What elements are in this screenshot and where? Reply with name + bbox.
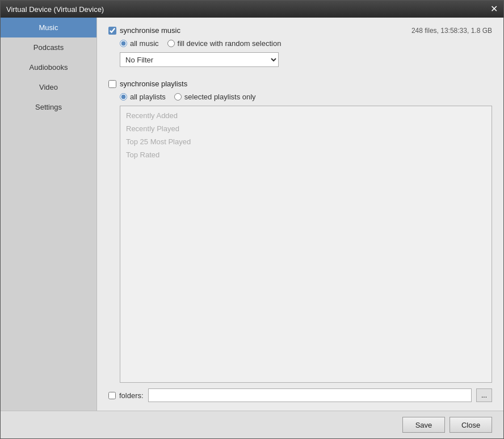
folders-label: folders: <box>108 391 144 400</box>
sidebar: Music Podcasts Audiobooks Video Settings <box>1 18 97 411</box>
filter-row: No Filter <box>120 52 492 67</box>
close-button[interactable]: Close <box>450 417 492 433</box>
sync-playlists-checkbox[interactable] <box>108 80 116 88</box>
filter-select[interactable]: No Filter <box>120 52 279 67</box>
folders-row: folders: ... <box>108 388 492 402</box>
playlists-section: synchronise playlists all playlists sele… <box>108 80 492 383</box>
main-window: Virtual Device (Virtual Device) ✕ Music … <box>0 0 504 439</box>
music-section: synchronise music 248 files, 13:58:33, 1… <box>108 26 492 73</box>
browse-button[interactable]: ... <box>476 388 492 402</box>
file-info-text: 248 files, 13:58:33, 1.8 GB <box>411 27 492 35</box>
list-item[interactable]: Recently Added <box>120 109 492 122</box>
playlists-section-header: synchronise playlists <box>108 80 492 88</box>
playlist-box: Recently Added Recently Played Top 25 Mo… <box>120 106 492 383</box>
save-button[interactable]: Save <box>402 417 445 433</box>
selected-playlists-radio[interactable] <box>174 93 182 101</box>
sync-playlists-label[interactable]: synchronise playlists <box>108 80 187 88</box>
sidebar-item-video[interactable]: Video <box>1 77 96 97</box>
list-item[interactable]: Top 25 Most Played <box>120 135 492 148</box>
fill-device-radio[interactable] <box>167 40 175 47</box>
all-playlists-radio-label[interactable]: all playlists <box>120 93 166 101</box>
list-item[interactable]: Top Rated <box>120 148 492 161</box>
titlebar: Virtual Device (Virtual Device) ✕ <box>1 1 503 18</box>
sidebar-item-audiobooks[interactable]: Audiobooks <box>1 57 96 77</box>
folders-input[interactable] <box>148 388 472 402</box>
selected-playlists-radio-label[interactable]: selected playlists only <box>174 93 256 101</box>
main-content: synchronise music 248 files, 13:58:33, 1… <box>97 18 503 411</box>
fill-device-radio-label[interactable]: fill device with random selection <box>167 39 282 48</box>
playlists-radio-group: all playlists selected playlists only <box>120 93 492 101</box>
content-area: Music Podcasts Audiobooks Video Settings <box>1 18 503 411</box>
sidebar-item-music[interactable]: Music <box>1 18 96 37</box>
folders-checkbox[interactable] <box>108 392 116 399</box>
music-radio-group: all music fill device with random select… <box>120 39 492 48</box>
sidebar-item-podcasts[interactable]: Podcasts <box>1 37 96 57</box>
sync-music-checkbox[interactable] <box>108 27 116 35</box>
all-music-radio-label[interactable]: all music <box>120 39 159 48</box>
all-playlists-radio[interactable] <box>120 93 127 101</box>
music-section-header: synchronise music 248 files, 13:58:33, 1… <box>108 26 492 35</box>
close-window-button[interactable]: ✕ <box>490 5 498 14</box>
sync-music-label[interactable]: synchronise music <box>108 26 180 35</box>
list-item[interactable]: Recently Played <box>120 122 492 135</box>
window-title: Virtual Device (Virtual Device) <box>6 5 104 14</box>
footer: Save Close <box>1 411 503 438</box>
sidebar-item-settings[interactable]: Settings <box>1 97 96 117</box>
all-music-radio[interactable] <box>120 40 127 47</box>
